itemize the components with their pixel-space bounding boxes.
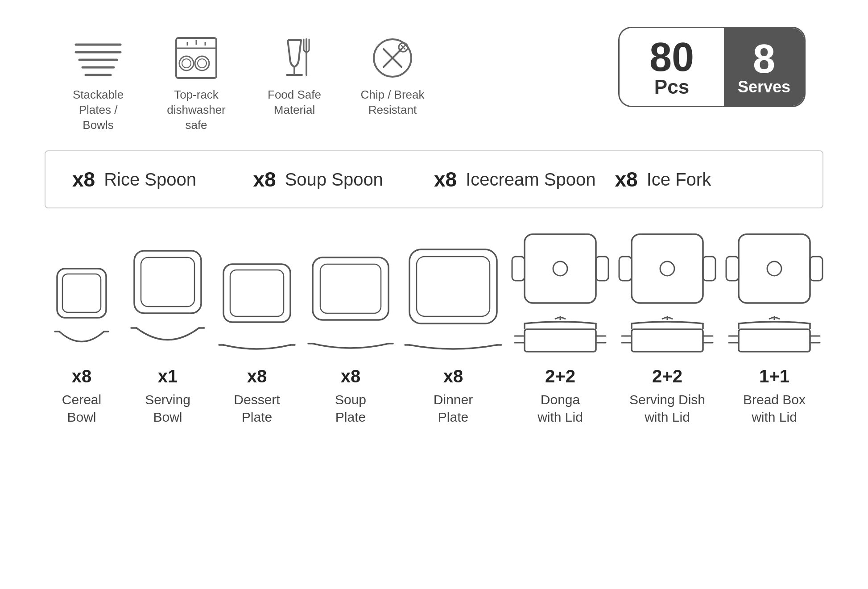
- utensil-ice-fork: x8 Ice Fork: [615, 167, 796, 191]
- product-name-7: Bread Box with Lid: [743, 391, 806, 426]
- bread-box-drawing: [725, 226, 823, 358]
- svg-rect-32: [223, 264, 290, 322]
- svg-rect-25: [62, 274, 101, 312]
- badge-right: 8 Serves: [724, 28, 804, 106]
- utensil-row-container: x8 Rice Spoon x8 Soup Spoon x8 Icecream …: [45, 150, 823, 208]
- product-qty-7: 1+1: [759, 366, 789, 386]
- svg-point-10: [179, 56, 194, 71]
- product-name-3: Soup Plate: [335, 391, 366, 426]
- dishwasher-label: Top-rack dishwasher safe: [161, 87, 232, 133]
- product-qty-6: 2+2: [652, 366, 682, 386]
- products-grid: x8 Cereal Bowl: [45, 226, 823, 426]
- serves-label: Serves: [738, 79, 790, 95]
- svg-rect-75: [739, 329, 810, 352]
- product-serving-bowl: x1 Serving Bowl: [128, 246, 208, 426]
- product-qty-3: x8: [341, 366, 361, 386]
- dinner-plate-drawing: [404, 244, 502, 358]
- svg-rect-58: [632, 234, 703, 303]
- svg-point-13: [198, 59, 207, 68]
- svg-rect-44: [512, 257, 525, 281]
- svg-rect-68: [726, 257, 739, 281]
- product-qty-1: x1: [158, 366, 178, 386]
- svg-rect-36: [313, 257, 389, 320]
- stackable-icon: [71, 36, 125, 80]
- svg-rect-46: [525, 234, 596, 303]
- utensil-soup-spoon: x8 Soup Spoon: [253, 167, 434, 191]
- product-name-4: Dinner Plate: [434, 391, 473, 426]
- product-donga: 2+2 Donga with Lid: [511, 226, 609, 426]
- utensil-rice-spoon: x8 Rice Spoon: [72, 167, 253, 191]
- products-section: x8 Cereal Bowl: [36, 226, 832, 426]
- feature-stackable: Stackable Plates / Bowls: [62, 36, 134, 133]
- product-name-1: Serving Bowl: [145, 391, 190, 426]
- svg-rect-63: [632, 329, 703, 352]
- product-soup-plate: x8 Soup Plate: [306, 251, 395, 426]
- product-name-5: Donga with Lid: [537, 391, 583, 426]
- svg-rect-45: [596, 257, 608, 281]
- dessert-plate-drawing: [217, 257, 297, 358]
- svg-rect-40: [409, 249, 497, 324]
- utensil-qty-1: x8: [253, 167, 276, 191]
- svg-rect-24: [57, 269, 106, 318]
- product-name-0: Cereal Bowl: [62, 391, 101, 426]
- product-qty-5: 2+2: [545, 366, 575, 386]
- foodsafe-label: Food Safe Material: [268, 87, 321, 118]
- svg-rect-51: [525, 329, 596, 352]
- piece-count: 80: [649, 37, 694, 77]
- product-dessert-plate: x8 Dessert Plate: [217, 257, 297, 426]
- svg-rect-37: [320, 264, 381, 313]
- svg-rect-29: [141, 257, 194, 307]
- svg-point-11: [182, 59, 191, 68]
- svg-rect-33: [230, 270, 284, 316]
- product-dinner-plate: x8 Dinner Plate: [404, 244, 502, 426]
- utensil-name-3: Ice Fork: [647, 170, 711, 190]
- chipbreak-icon: [370, 36, 415, 80]
- serving-dish-drawing: [618, 226, 716, 358]
- svg-rect-56: [619, 257, 632, 281]
- dishwasher-icon: [174, 36, 219, 80]
- serving-bowl-drawing: [128, 246, 208, 358]
- feature-chipbreak: Chip / Break Resistant: [357, 36, 428, 118]
- badge-left: 80 Pcs: [620, 28, 724, 106]
- serves-count: 8: [753, 39, 775, 79]
- utensil-name-2: Icecream Spoon: [466, 170, 595, 190]
- donga-drawing: [511, 226, 609, 358]
- foodsafe-icon: [274, 36, 314, 80]
- product-serving-dish: 2+2 Serving Dish with Lid: [618, 226, 716, 426]
- feature-foodsafe: Food Safe Material: [259, 36, 330, 118]
- svg-rect-69: [810, 257, 823, 281]
- product-qty-2: x8: [247, 366, 267, 386]
- piece-badge: 80 Pcs 8 Serves: [618, 27, 806, 107]
- utensil-qty-2: x8: [434, 167, 457, 191]
- utensil-qty-3: x8: [615, 167, 638, 191]
- product-name-2: Dessert Plate: [234, 391, 280, 426]
- utensil-name-0: Rice Spoon: [104, 170, 196, 190]
- product-bread-box: 1+1 Bread Box with Lid: [725, 226, 823, 426]
- product-qty-4: x8: [443, 366, 463, 386]
- chipbreak-label: Chip / Break Resistant: [360, 87, 424, 118]
- svg-rect-57: [703, 257, 715, 281]
- soup-plate-drawing: [306, 251, 395, 358]
- svg-point-71: [767, 261, 781, 276]
- svg-point-47: [553, 261, 567, 276]
- utensil-row: x8 Rice Spoon x8 Soup Spoon x8 Icecream …: [72, 167, 796, 191]
- features-list: Stackable Plates / Bowls: [62, 27, 428, 133]
- product-name-6: Serving Dish with Lid: [629, 391, 705, 426]
- product-qty-0: x8: [72, 366, 92, 386]
- svg-point-59: [660, 261, 674, 276]
- feature-dishwasher: Top-rack dishwasher safe: [161, 36, 232, 133]
- utensil-name-1: Soup Spoon: [285, 170, 383, 190]
- page: Stackable Plates / Bowls: [0, 0, 868, 589]
- svg-point-12: [195, 56, 209, 71]
- product-cereal-bowl: x8 Cereal Bowl: [45, 262, 119, 426]
- top-section: Stackable Plates / Bowls: [36, 27, 832, 133]
- svg-rect-28: [134, 251, 201, 313]
- utensil-qty-0: x8: [72, 167, 95, 191]
- utensil-icecream-spoon: x8 Icecream Spoon: [434, 167, 615, 191]
- svg-rect-41: [417, 257, 490, 316]
- cereal-bowl-drawing: [45, 262, 119, 358]
- piece-unit: Pcs: [654, 77, 689, 97]
- stackable-label: Stackable Plates / Bowls: [62, 87, 134, 133]
- svg-rect-70: [739, 234, 810, 303]
